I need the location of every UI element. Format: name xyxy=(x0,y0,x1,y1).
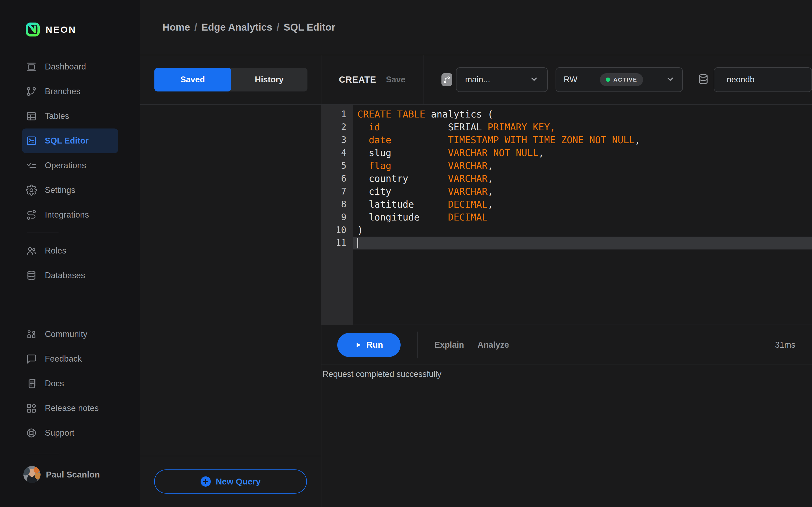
git-branch-icon xyxy=(442,75,451,84)
line-number: 7 xyxy=(321,185,353,198)
code-line[interactable]: CREATE TABLE analytics ( xyxy=(353,108,812,121)
sidebar-spacer xyxy=(0,288,140,322)
sidebar-item-dashboard[interactable]: Dashboard xyxy=(22,54,118,79)
sidebar-item-community[interactable]: Community xyxy=(22,322,118,347)
status-badge: ACTIVE xyxy=(600,73,643,86)
code-line[interactable]: ) xyxy=(353,224,812,237)
code-line[interactable]: date TIMESTAMP WITH TIME ZONE NOT NULL, xyxy=(353,133,812,147)
new-query-button[interactable]: New Query xyxy=(154,469,307,494)
user-name: Paul Scanlon xyxy=(46,470,100,480)
branches-icon xyxy=(26,86,37,97)
run-bar-divider xyxy=(417,332,417,358)
sql-plain-token: city xyxy=(357,186,448,197)
code-editor[interactable]: 1234567891011 CREATE TABLE analytics ( i… xyxy=(321,105,812,325)
sidebar-item-roles[interactable]: Roles xyxy=(22,238,118,263)
release-notes-icon xyxy=(26,403,37,414)
play-icon xyxy=(355,341,362,349)
queries-panel: Saved History New Query xyxy=(140,55,321,507)
support-icon xyxy=(26,427,37,439)
sidebar-divider xyxy=(28,454,58,454)
line-number: 9 xyxy=(321,211,353,224)
saved-history-tabs: Saved History xyxy=(154,68,307,92)
code-line[interactable]: city VARCHAR, xyxy=(353,185,812,198)
breadcrumb-item-edge-analytics[interactable]: Edge Analytics xyxy=(201,22,272,33)
sql-plain-token: , xyxy=(488,199,493,210)
sidebar-item-branches[interactable]: Branches xyxy=(22,79,118,104)
breadcrumb-separator: / xyxy=(276,22,279,33)
sql-keyword-token: VARCHAR xyxy=(448,186,488,197)
code-line[interactable]: latitude DECIMAL, xyxy=(353,198,812,211)
new-query-label: New Query xyxy=(216,477,260,487)
sidebar-item-tables[interactable]: Tables xyxy=(22,104,118,128)
line-number: 4 xyxy=(321,147,353,159)
feedback-icon xyxy=(26,353,37,364)
code-line[interactable]: country VARCHAR, xyxy=(353,172,812,185)
sidebar-item-feedback[interactable]: Feedback xyxy=(22,347,118,371)
code-line[interactable]: flag VARCHAR, xyxy=(353,159,812,172)
breadcrumb-item-home[interactable]: Home xyxy=(162,22,190,33)
sql-plain-token: slug xyxy=(357,148,448,158)
code-line[interactable] xyxy=(353,237,812,249)
sidebar-item-integrations[interactable]: Integrations xyxy=(22,203,118,227)
avatar xyxy=(23,466,41,483)
docs-icon xyxy=(26,378,37,389)
sidebar-item-release-notes[interactable]: Release notes xyxy=(22,396,118,420)
neon-console: NEON DashboardBranchesTablesSQL EditorOp… xyxy=(0,0,812,507)
code-content[interactable]: CREATE TABLE analytics ( id SERIAL PRIMA… xyxy=(353,105,812,325)
sql-plain-token: analytics ( xyxy=(425,109,493,120)
status-message: Request completed successfully xyxy=(322,370,812,379)
sidebar-item-sql-editor[interactable]: SQL Editor xyxy=(22,128,118,153)
query-title: CREATE xyxy=(339,74,376,85)
sidebar-item-operations[interactable]: Operations xyxy=(22,153,118,178)
tab-history[interactable]: History xyxy=(231,68,307,92)
plus-icon xyxy=(200,476,211,487)
topbar: Home/Edge Analytics/SQL Editor xyxy=(140,0,812,55)
code-line[interactable]: longitude DECIMAL xyxy=(353,211,812,224)
neon-logo[interactable]: NEON xyxy=(26,22,140,37)
endpoint-select[interactable]: RW ACTIVE xyxy=(556,67,683,92)
sql-keyword-token: date xyxy=(369,135,391,146)
sidebar-item-label: SQL Editor xyxy=(45,136,89,146)
sql-plain-token: , xyxy=(539,148,544,158)
run-button[interactable]: Run xyxy=(337,333,401,357)
code-line[interactable]: slug VARCHAR NOT NULL, xyxy=(353,147,812,159)
database-select[interactable]: neondb xyxy=(714,67,812,92)
sql-keyword-token: PRIMARY KEY, xyxy=(488,122,556,132)
results-area: Request completed successfully xyxy=(321,365,812,507)
tab-saved[interactable]: Saved xyxy=(154,68,231,92)
sidebar-item-label: Tables xyxy=(45,111,69,121)
sidebar-item-label: Settings xyxy=(45,185,75,195)
sidebar-item-label: Databases xyxy=(45,271,85,280)
sidebar-item-settings[interactable]: Settings xyxy=(22,178,118,203)
status-label: ACTIVE xyxy=(613,76,637,83)
dashboard-icon xyxy=(26,61,37,72)
branch-select[interactable]: main... xyxy=(456,67,548,92)
breadcrumb-separator: / xyxy=(194,22,197,33)
code-line[interactable]: id SERIAL PRIMARY KEY, xyxy=(353,121,812,133)
sidebar-item-label: Release notes xyxy=(45,403,99,413)
queries-panel-header: Saved History xyxy=(140,55,321,105)
explain-button[interactable]: Explain xyxy=(435,340,464,350)
sql-plain-token xyxy=(391,160,448,171)
sql-plain-token: , xyxy=(635,135,641,146)
sql-keyword-token: DECIMAL xyxy=(448,199,488,210)
sidebar-item-databases[interactable]: Databases xyxy=(22,263,118,288)
user-menu[interactable]: Paul Scanlon xyxy=(23,466,140,483)
saved-queries-list[interactable] xyxy=(140,105,321,456)
analyze-button[interactable]: Analyze xyxy=(477,340,509,350)
sidebar-item-docs[interactable]: Docs xyxy=(22,371,118,396)
sidebar-item-label: Community xyxy=(45,329,88,339)
sidebar-item-label: Integrations xyxy=(45,210,89,220)
endpoint-select-value: RW xyxy=(564,75,577,84)
save-button[interactable]: Save xyxy=(386,75,405,84)
main-area: Home/Edge Analytics/SQL Editor Saved His… xyxy=(140,0,812,507)
sidebar-item-label: Support xyxy=(45,428,74,438)
community-icon xyxy=(26,329,37,340)
database-select-value: neondb xyxy=(727,75,754,84)
query-duration: 31ms xyxy=(775,340,795,350)
neon-wordmark: NEON xyxy=(46,24,76,35)
sidebar-item-support[interactable]: Support xyxy=(22,420,118,445)
branch-icon-button[interactable] xyxy=(442,73,452,86)
run-bar: Run Explain Analyze 31ms xyxy=(321,325,812,365)
sql-keyword-token: id xyxy=(369,122,380,132)
